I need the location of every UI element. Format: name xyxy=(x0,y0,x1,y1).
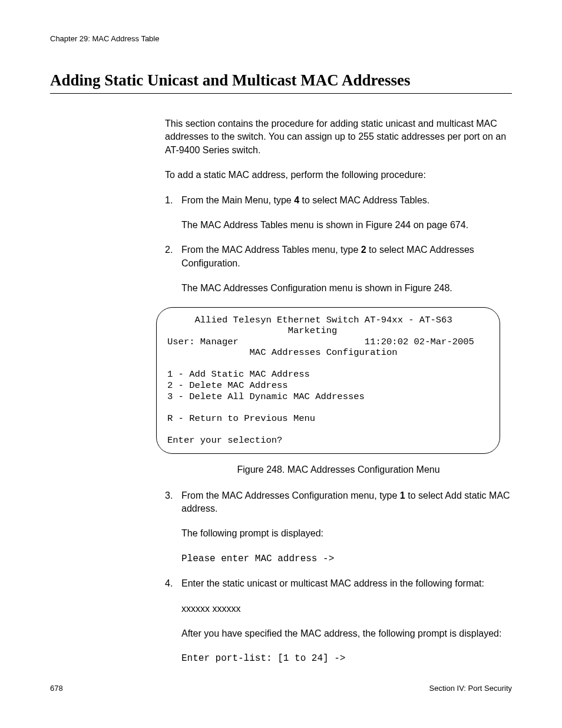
chapter-header: Chapter 29: MAC Address Table xyxy=(50,34,512,43)
step-4-body2: After you have specified the MAC address… xyxy=(181,627,512,640)
step-4: Enter the static unicast or multicast MA… xyxy=(165,577,512,666)
step-4-text: Enter the static unicast or multicast MA… xyxy=(181,578,484,588)
section-title: Adding Static Unicast and Multicast MAC … xyxy=(50,71,512,94)
figure-caption: Figure 248. MAC Addresses Configuration … xyxy=(165,465,512,475)
section-label: Section IV: Port Security xyxy=(429,684,512,693)
step-2: From the MAC Address Tables menu, type 2… xyxy=(165,243,512,295)
step-1-body: The MAC Address Tables menu is shown in … xyxy=(181,219,512,232)
step-4-format: xxxxxx xxxxxx xyxy=(181,602,512,615)
step-1: From the Main Menu, type 4 to select MAC… xyxy=(165,194,512,232)
step-3-text: From the MAC Addresses Configuration men… xyxy=(181,490,510,513)
step-2-body: The MAC Addresses Configuration menu is … xyxy=(181,282,512,295)
step-2-text: From the MAC Address Tables menu, type 2… xyxy=(181,245,474,268)
step-1-text: From the Main Menu, type 4 to select MAC… xyxy=(181,195,429,205)
step-3-prompt: Please enter MAC address -> xyxy=(181,552,512,565)
intro-paragraph: This section contains the procedure for … xyxy=(165,117,512,157)
step-4-prompt: Enter port-list: [1 to 24] -> xyxy=(181,652,512,665)
terminal-screen: Allied Telesyn Ethernet Switch AT-94xx -… xyxy=(156,307,500,454)
step-3-body1: The following prompt is displayed: xyxy=(181,527,512,540)
page-number: 678 xyxy=(50,684,63,693)
step-3: From the MAC Addresses Configuration men… xyxy=(165,489,512,566)
lead-paragraph: To add a static MAC address, perform the… xyxy=(165,169,512,182)
